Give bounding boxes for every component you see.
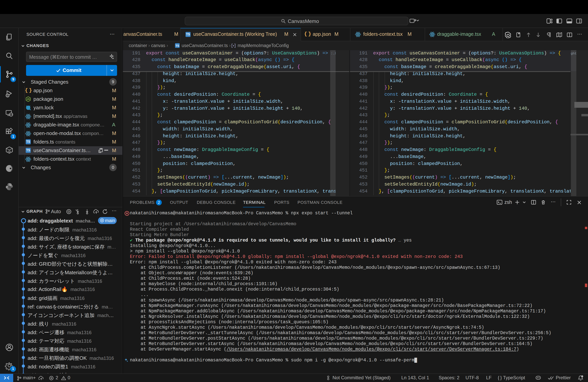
- svg-text:JS: JS: [27, 98, 30, 101]
